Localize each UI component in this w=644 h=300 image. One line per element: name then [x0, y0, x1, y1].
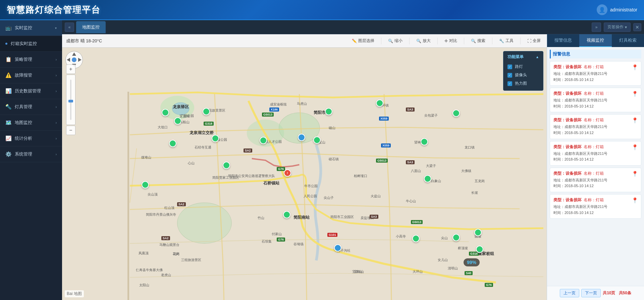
map-marker[interactable] [174, 117, 181, 125]
tab-close-button[interactable]: ✕ [633, 23, 641, 31]
user-info: 👤 administrator [597, 4, 637, 15]
map-content[interactable]: 龙泉驿区成安渝枢纽马鞍山龙泉湖立交桥大埝口石经寺互通石桥镇站简阳市公安局公路巡逻… [62, 48, 547, 300]
sidebar-lampbox-label: 灯箱实时监控 [11, 41, 57, 47]
map-marker[interactable] [412, 235, 420, 242]
sidebar-item-stats[interactable]: 📈 统计分析 › [0, 131, 62, 146]
map-marker[interactable] [452, 234, 460, 241]
map-marker[interactable] [421, 138, 428, 145]
tab-expand-button[interactable]: » [592, 23, 601, 32]
alarm-name: 名称：灯箱 [584, 64, 604, 70]
sidebar-item-lamp[interactable]: 🔦 灯具管理 › [0, 99, 62, 115]
road-sign: X059 [381, 143, 391, 147]
map-marker[interactable] [476, 246, 483, 253]
alarm-cards: 📍类型：设备损坏名称：灯箱地址：成都市高新区天华路211号时间：2018-05-… [550, 61, 641, 219]
zoom-track [70, 80, 71, 120]
map-marker[interactable] [260, 137, 267, 144]
alarm-location-icon[interactable]: 📍 [632, 91, 638, 97]
alarm-time: 时间：2018-05-10 14:12 [553, 157, 638, 163]
tab-action-button[interactable]: 页签操作 ▾ [604, 23, 631, 32]
alarm-location-icon[interactable]: 📍 [632, 64, 638, 71]
sidebar-item-map[interactable]: 🗺️ 地图监控 › [0, 115, 62, 131]
map-and-panel: 成都市 晴 18-20°C ✏️ 图层选择 🔍 缩小 🔍 放大 [62, 34, 644, 300]
map-marker[interactable] [424, 175, 431, 182]
heatmap-checkbox[interactable]: ✓ [507, 81, 512, 86]
map-marker[interactable] [298, 134, 305, 141]
sidebar-lamp-label: 灯具管理 [15, 104, 56, 110]
alarm-location-icon[interactable]: 📍 [632, 197, 638, 204]
tab-map-monitor[interactable]: 地图监控 [76, 21, 106, 33]
map-marker[interactable] [334, 244, 341, 252]
alarm-type: 类型：设备损坏 [553, 144, 582, 150]
road-lamp-checkbox[interactable]: ✓ [507, 65, 512, 69]
history-arrow: › [56, 89, 57, 93]
tab-collapse-button[interactable]: « [65, 23, 74, 32]
tab-video-monitor[interactable]: 视频监控 [579, 34, 611, 47]
function-item-road-lamp[interactable]: ✓ 路灯 [507, 62, 539, 71]
sidebar-fault-label: 故障报管 [15, 72, 56, 78]
alarm-card: 📍类型：设备损坏名称：灯箱地址：成都市高新区天华路211号时间：2018-05-… [550, 114, 641, 139]
road-sign: G5013 [262, 113, 274, 117]
alarm-location-icon[interactable]: 📍 [632, 171, 638, 177]
camera-checkbox[interactable]: ✓ [507, 73, 512, 78]
right-panel-content: 报警信息 📍类型：设备损坏名称：灯箱地址：成都市高新区天华路211号时间：201… [547, 47, 644, 286]
sidebar-item-system[interactable]: ⚙️ 系统管理 › [0, 146, 62, 162]
sidebar-item-lampbox[interactable]: 灯箱实时监控 [0, 36, 62, 52]
sidebar-item-history[interactable]: 📊 历史数据管理 › [0, 83, 62, 99]
map-marker[interactable] [223, 162, 230, 169]
alarm-time: 时间：2018-05-10 14:12 [553, 130, 638, 136]
app-title: 智慧路灯综合管理平台 [7, 4, 101, 16]
map-marker[interactable]: ! [284, 169, 291, 177]
nav-up-arrow[interactable] [72, 52, 76, 56]
zoomin-button[interactable]: 🔍 放大 [414, 37, 433, 45]
zoom-in-button[interactable]: + [66, 65, 75, 74]
alarm-address: 地址：成都市高新区天华路211号 [553, 204, 638, 210]
map-marker[interactable] [452, 110, 460, 117]
function-item-camera[interactable]: ✓ 摄像头 [507, 71, 539, 79]
road-sign: G5013 [376, 159, 388, 163]
zoom-slider[interactable] [66, 75, 75, 125]
alarm-name: 名称：灯箱 [584, 171, 604, 176]
tab-right-controls: » 页签操作 ▾ ✕ [592, 23, 641, 32]
map-marker[interactable] [325, 108, 332, 115]
map-marker[interactable] [313, 136, 321, 144]
road-sign: SA2 [177, 202, 186, 206]
map-marker[interactable] [162, 109, 169, 116]
map-marker[interactable] [376, 99, 383, 107]
map-marker[interactable] [283, 211, 290, 218]
lamp-icon: 🔦 [5, 104, 11, 110]
fullscreen-button[interactable]: ⛶ 全屏 [525, 37, 543, 45]
nav-left-arrow[interactable] [67, 58, 70, 62]
alarm-name: 名称：灯箱 [584, 144, 604, 150]
fault-icon: ⚠️ [5, 72, 11, 78]
alarm-time: 时间：2018-05-10 14:12 [553, 210, 638, 216]
sidebar-strategy-label: 策略管理 [15, 56, 56, 62]
content-area: « 地图监控 » 页签操作 ▾ ✕ 成都市 晴 18-20°C [62, 20, 644, 300]
strategy-icon: 📋 [5, 56, 11, 62]
baidu-logo: Bai 地图 [65, 290, 84, 297]
map-marker[interactable] [212, 135, 219, 142]
map-marker[interactable] [474, 229, 482, 236]
function-item-heatmap[interactable]: ✓ 热力图 [507, 79, 539, 88]
map-marker[interactable] [169, 140, 176, 147]
road-sign: S40 [465, 271, 473, 275]
separator2 [409, 38, 410, 44]
nav-right-arrow[interactable] [78, 58, 82, 62]
layers-button[interactable]: ✏️ 图层选择 [350, 37, 376, 45]
alarm-location-icon[interactable]: 📍 [632, 144, 638, 151]
search-button[interactable]: 🔍 搜索 [469, 37, 487, 45]
next-page-button[interactable]: 下一页 [581, 289, 601, 297]
sidebar-item-fault[interactable]: ⚠️ 故障报管 › [0, 68, 62, 83]
realtime-arrow: ▾ [55, 26, 57, 30]
map-marker[interactable] [203, 108, 210, 115]
tab-lamp-search[interactable]: 灯具检索 [612, 34, 644, 47]
sidebar-item-realtime[interactable]: 📺 实时监控 ▾ [0, 20, 62, 36]
prev-page-button[interactable]: 上一页 [560, 289, 579, 297]
alarm-location-icon[interactable]: 📍 [632, 117, 638, 124]
contrast-button[interactable]: ✛ 对比 [442, 37, 459, 45]
tab-alarm-info[interactable]: 报警信息 [547, 34, 579, 47]
zoomout-button[interactable]: 🔍 缩小 [386, 37, 405, 45]
zoom-out-button[interactable]: − [66, 126, 75, 135]
tool-button[interactable]: 🔧 工具 [497, 37, 516, 45]
map-marker[interactable] [142, 181, 149, 188]
sidebar-item-strategy[interactable]: 📋 策略管理 › [0, 52, 62, 68]
